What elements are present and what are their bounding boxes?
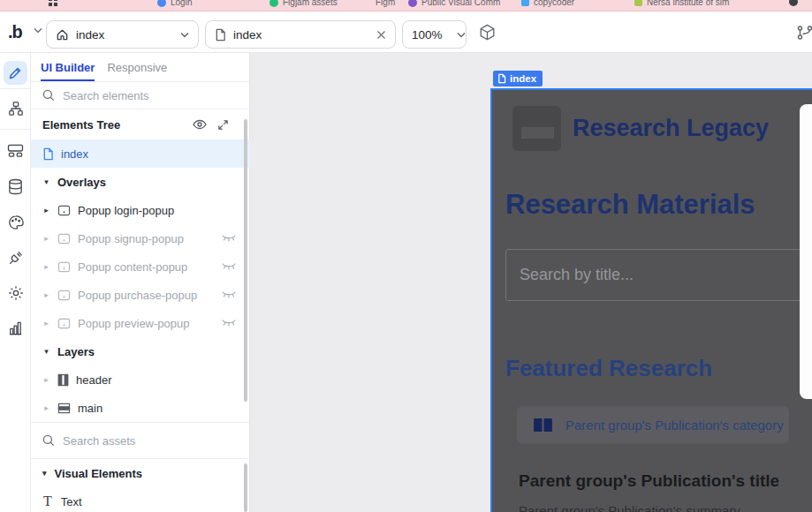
tree-item-popup-content[interactable]: ▸ Popup content-popup	[31, 252, 250, 281]
open-tab-index[interactable]: index	[205, 20, 396, 49]
bubble-logo[interactable]: .b	[8, 22, 22, 42]
site-brand-text[interactable]: Research Legacy	[573, 115, 769, 142]
home-icon	[56, 28, 69, 41]
grid-icon	[49, 0, 57, 6]
popup-icon	[57, 261, 71, 273]
page-preview-index[interactable]: Research Legacy Research Materials Featu…	[490, 88, 812, 512]
search-elements-input[interactable]	[63, 89, 213, 102]
editor-toolbar: .b index index 100%	[0, 11, 812, 53]
visual-elements-label: Visual Elements	[55, 467, 142, 480]
columns-group-icon	[57, 373, 69, 387]
tree-item-label: Popup purchase-popup	[78, 289, 197, 302]
nav-workflow-icon[interactable]	[4, 96, 27, 120]
show-hidden-eye-icon[interactable]	[193, 119, 207, 130]
bookmark-item[interactable]: Figjam assets	[269, 0, 338, 7]
hidden-eye-closed-icon[interactable]	[222, 234, 236, 243]
page-selector-dropdown[interactable]: index	[46, 20, 199, 49]
tree-item-popup-login[interactable]: ▸ Popup login-popup	[31, 196, 250, 224]
elements-tree-title: Elements Tree	[42, 118, 120, 132]
elements-tree: index ▾ Overlays ▸ Popup login-popup ▸	[31, 139, 250, 422]
tree-item-popup-purchase[interactable]: ▸ Popup purchase-popup	[31, 281, 250, 309]
bookmark-item[interactable]: Figm	[376, 0, 395, 7]
caret-right-icon[interactable]: ▸	[42, 206, 50, 215]
hidden-eye-closed-icon[interactable]	[222, 319, 236, 328]
expand-collapse-all-icon[interactable]	[217, 119, 229, 131]
asset-item-label: Text	[61, 495, 82, 508]
favicon	[789, 0, 798, 6]
nav-settings-gear-icon[interactable]	[4, 281, 27, 305]
caret-right-icon[interactable]: ▸	[42, 403, 50, 412]
caret-down-icon[interactable]: ▾	[42, 177, 50, 186]
featured-heading[interactable]: Featured Research	[505, 355, 712, 382]
tree-section-layers[interactable]: ▾ Layers	[31, 337, 250, 365]
publication-category-label: Parent group's Publication's category	[565, 418, 784, 433]
hidden-eye-closed-icon[interactable]	[222, 290, 236, 299]
chevron-down-icon	[180, 32, 189, 38]
bookmark-item[interactable]: Login	[157, 0, 192, 7]
caret-right-icon[interactable]: ▸	[42, 319, 50, 328]
visual-elements-section[interactable]: ▾ Visual Elements	[31, 459, 250, 487]
tree-section-overlays[interactable]: ▾ Overlays	[31, 168, 250, 196]
nav-data-database-icon[interactable]	[4, 175, 27, 199]
hidden-eye-closed-icon[interactable]	[222, 262, 236, 271]
nav-components-icon[interactable]	[4, 139, 27, 162]
site-logo-placeholder[interactable]	[512, 106, 561, 151]
workspace: UI Builder Responsive Elements Tree	[0, 53, 812, 512]
tab-responsive[interactable]: Responsive	[107, 61, 167, 74]
tab-ui-builder[interactable]: UI Builder	[41, 53, 95, 81]
page-scrollbar-thumb[interactable]	[800, 104, 812, 399]
caret-right-icon[interactable]: ▸	[42, 234, 50, 243]
page-icon	[215, 28, 226, 41]
publication-summary[interactable]: Parent group's Publication's summary	[519, 503, 740, 512]
panel-scrollbar-thumb[interactable]	[244, 119, 247, 402]
title-search-input[interactable]	[505, 249, 809, 301]
bookmark-label: Figjam assets	[283, 0, 338, 7]
tree-item-label: index	[61, 147, 88, 161]
bookmark-item[interactable]	[789, 0, 798, 6]
canvas-page-badge[interactable]: index	[493, 71, 543, 87]
publication-title[interactable]: Parent group's Publication's title	[519, 471, 779, 491]
assets-scrollbar-thumb[interactable]	[244, 463, 247, 512]
caret-right-icon[interactable]: ▸	[42, 262, 50, 271]
page-heading[interactable]: Research Materials	[505, 189, 755, 221]
search-assets-input[interactable]	[63, 434, 213, 448]
favicon	[521, 0, 529, 6]
chevron-down-icon	[457, 32, 466, 38]
apps-grid-icon[interactable]	[49, 0, 57, 6]
zoom-level-dropdown[interactable]: 100%	[402, 20, 467, 49]
design-canvas[interactable]: index Research Legacy Research Materials…	[250, 53, 812, 512]
caret-down-icon[interactable]: ▾	[42, 469, 47, 478]
caret-right-icon[interactable]: ▸	[42, 290, 50, 299]
caret-down-icon[interactable]: ▾	[42, 347, 50, 356]
bookmark-label: Figm	[376, 0, 395, 7]
tree-item-popup-signup[interactable]: ▸ Popup signup-popup	[31, 224, 250, 252]
tree-item-label: main	[78, 402, 102, 415]
nav-styles-palette-icon[interactable]	[4, 210, 27, 234]
nav-plugins-plug-icon[interactable]	[4, 245, 27, 269]
tab-label: index	[233, 28, 262, 41]
bookmark-item[interactable]: Nersa institute of sim	[634, 0, 729, 7]
close-tab-icon[interactable]	[376, 30, 386, 40]
preview-cube-icon[interactable]	[479, 24, 496, 41]
book-icon	[533, 418, 553, 433]
tree-item-header[interactable]: ▸ header	[31, 365, 250, 394]
logo-chevron-down-icon[interactable]	[34, 27, 42, 34]
popup-icon	[57, 233, 71, 245]
tree-item-popup-preview[interactable]: ▸ Popup preview-popup	[31, 309, 250, 337]
version-control-branch-icon[interactable]	[796, 24, 812, 41]
nav-logs-chart-icon[interactable]	[4, 316, 27, 340]
tree-item-index[interactable]: index	[31, 139, 250, 168]
page-icon	[42, 147, 54, 161]
publication-category-badge[interactable]: Parent group's Publication's category	[517, 406, 789, 443]
tree-item-label: header	[76, 373, 111, 387]
caret-right-icon[interactable]: ▸	[42, 375, 50, 384]
bookmark-item[interactable]: copycoder	[521, 0, 574, 7]
tree-item-main[interactable]: ▸ main	[31, 394, 250, 422]
bookmark-item[interactable]: Public Visual Comm	[408, 0, 500, 7]
nav-design-pencil-icon[interactable]	[4, 61, 27, 85]
tree-item-label: Popup signup-popup	[78, 232, 184, 245]
editor-nav-rail	[0, 53, 31, 512]
canvas-page-badge-label: index	[510, 73, 536, 84]
page-selector-value: index	[76, 28, 104, 41]
asset-item-text[interactable]: T Text	[31, 487, 250, 512]
